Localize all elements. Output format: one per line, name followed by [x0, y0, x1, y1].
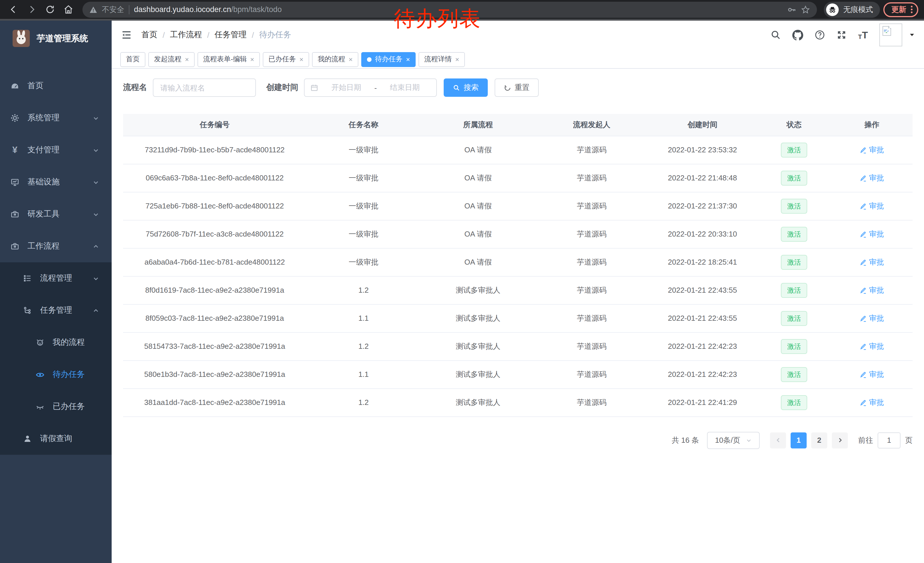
back-icon[interactable] [6, 2, 21, 17]
sidebar-item-system[interactable]: 系统管理 [0, 102, 112, 134]
sidebar-collapse-icon[interactable] [121, 29, 132, 41]
sidebar-item-task-management[interactable]: 任务管理 [0, 294, 112, 326]
status-badge: 激活 [781, 311, 807, 326]
screen: 不安全 dashboard.yudao.iocoder.cn/bpm/task/… [0, 0, 924, 563]
update-button[interactable]: 更新 [884, 2, 918, 17]
end-date-placeholder[interactable]: 结束日期 [379, 83, 430, 93]
sidebar: 芋道管理系统 首页 系统管理 ¥ 支付管理 [0, 21, 112, 563]
table-header: 任务编号 任务名称 所属流程 流程发起人 创建时间 状态 操作 [123, 114, 912, 136]
status-badge: 激活 [781, 367, 807, 382]
forward-icon[interactable] [24, 2, 39, 17]
process-name-input[interactable] [153, 78, 256, 97]
approve-link[interactable]: 审批 [860, 313, 884, 323]
goto-label: 前往 [858, 435, 873, 445]
goto-page-input[interactable] [878, 432, 900, 448]
sidebar-item-home[interactable]: 首页 [0, 70, 112, 102]
tab-my-process[interactable]: 我的流程× [312, 52, 358, 67]
sidebar-item-todo-tasks[interactable]: 待办任务 [0, 359, 112, 390]
approve-link[interactable]: 审批 [860, 173, 884, 183]
browser-menu-icon[interactable] [911, 6, 912, 13]
table-row: a6aba0a4-7b6d-11ec-b781-acde48001122一级审批… [123, 248, 912, 276]
sidebar-item-workflow[interactable]: 工作流程 [0, 230, 112, 262]
dashboard-icon [10, 81, 20, 90]
tab-process-form-edit[interactable]: 流程表单-编辑× [198, 52, 260, 67]
breadcrumb-todo-tasks: 待办任务 [259, 30, 291, 40]
security-label: 不安全 [102, 4, 124, 15]
approve-link[interactable]: 审批 [860, 145, 884, 155]
col-starter: 流程发起人 [535, 114, 648, 136]
approve-link[interactable]: 审批 [860, 201, 884, 211]
approve-link[interactable]: 审批 [860, 229, 884, 239]
sidebar-item-dev-tools[interactable]: 研发工具 [0, 198, 112, 230]
close-icon[interactable]: × [185, 56, 189, 63]
avatar[interactable] [879, 24, 902, 47]
reload-icon[interactable] [42, 2, 57, 17]
table-row: 75d72608-7b7f-11ec-a3c8-acde48001122一级审批… [123, 220, 912, 248]
chevron-down-icon [93, 147, 99, 153]
app-title: 芋道管理系统 [37, 33, 88, 44]
monitor-icon [10, 177, 20, 187]
tab-process-detail[interactable]: 流程详情× [418, 52, 465, 67]
chevron-down-icon [93, 115, 99, 121]
eye-closed-icon [36, 402, 45, 411]
breadcrumb-home[interactable]: 首页 [141, 30, 158, 40]
url-text: dashboard.yudao.iocoder.cn/bpm/task/todo [134, 5, 282, 14]
approve-link[interactable]: 审批 [860, 285, 884, 295]
close-icon[interactable]: × [349, 56, 352, 63]
page-size-select[interactable]: 10条/页 [707, 432, 760, 449]
table-row: 725a1eb6-7b88-11ec-8ef0-acde48001122一级审批… [123, 192, 912, 220]
page-1-button[interactable]: 1 [790, 432, 807, 448]
next-page-button[interactable] [832, 432, 848, 448]
col-status: 状态 [757, 114, 831, 136]
tab-home[interactable]: 首页 [120, 52, 146, 67]
approve-link[interactable]: 审批 [860, 257, 884, 267]
close-icon[interactable]: × [406, 56, 410, 63]
date-range-picker[interactable]: 开始日期 - 结束日期 [304, 78, 437, 97]
browser-toolbar: 不安全 dashboard.yudao.iocoder.cn/bpm/task/… [0, 0, 924, 19]
approve-link[interactable]: 审批 [860, 397, 884, 407]
approve-link[interactable]: 审批 [860, 369, 884, 380]
yen-icon: ¥ [10, 145, 20, 155]
github-icon[interactable] [792, 30, 803, 41]
avatar-dropdown-caret[interactable] [909, 32, 915, 38]
close-icon[interactable]: × [250, 56, 254, 63]
col-created: 创建时间 [648, 114, 757, 136]
sidebar-item-infrastructure[interactable]: 基础设施 [0, 166, 112, 198]
sidebar-item-done-tasks[interactable]: 已办任务 [0, 390, 112, 423]
close-icon[interactable]: × [299, 56, 303, 63]
tab-start-process[interactable]: 发起流程× [148, 52, 195, 67]
filter-form: 流程名 创建时间 开始日期 - 结束日期 搜索 [123, 78, 912, 97]
sidebar-item-process-management[interactable]: 流程管理 [0, 262, 112, 294]
breadcrumb-task-management[interactable]: 任务管理 [214, 30, 247, 40]
search-button[interactable]: 搜索 [444, 78, 488, 97]
help-icon[interactable] [814, 30, 825, 40]
start-date-placeholder[interactable]: 开始日期 [321, 83, 372, 93]
col-task-id: 任务编号 [123, 114, 306, 136]
close-icon[interactable]: × [455, 56, 459, 63]
home-icon[interactable] [61, 2, 76, 17]
status-badge: 激活 [781, 395, 807, 410]
bookmark-star-icon[interactable] [801, 5, 810, 14]
page-2-button[interactable]: 2 [811, 432, 827, 448]
breadcrumb-workflow[interactable]: 工作流程 [170, 30, 202, 40]
sidebar-item-my-process[interactable]: 我的流程 [0, 326, 112, 359]
font-size-icon[interactable]: TT [858, 30, 868, 40]
chevron-down-icon [93, 179, 99, 185]
sidebar-item-payment[interactable]: ¥ 支付管理 [0, 134, 112, 166]
key-icon[interactable] [787, 5, 796, 14]
list-tree-icon [23, 274, 32, 283]
app-logo-row: 芋道管理系统 [0, 21, 112, 56]
tab-done-tasks[interactable]: 已办任务× [263, 52, 309, 67]
not-secure-warning-icon [89, 6, 98, 14]
prev-page-button[interactable] [770, 432, 786, 448]
reset-button[interactable]: 重置 [495, 78, 539, 97]
status-badge: 激活 [781, 227, 807, 242]
approve-link[interactable]: 审批 [860, 341, 884, 351]
sidebar-item-leave-query[interactable]: 请假查询 [0, 423, 112, 455]
chevron-down-icon [93, 275, 99, 281]
table-row: 58154733-7ac8-11ec-a9e2-a2380e71991a1.2测… [123, 332, 912, 360]
fullscreen-icon[interactable] [836, 30, 847, 40]
tab-todo-tasks[interactable]: 待办任务× [361, 52, 416, 67]
url-bar[interactable]: 不安全 dashboard.yudao.iocoder.cn/bpm/task/… [82, 2, 817, 18]
search-icon[interactable] [771, 30, 781, 40]
